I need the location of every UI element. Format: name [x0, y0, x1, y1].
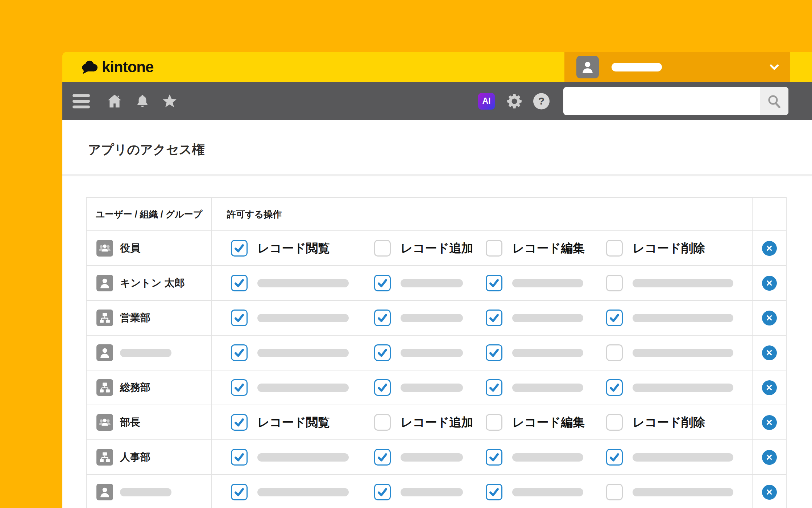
permission-checkbox[interactable] [231, 449, 248, 466]
permission-checkbox[interactable] [606, 275, 623, 291]
search-button[interactable] [760, 87, 788, 115]
permission-record-edit: レコード編集 [486, 405, 585, 439]
permission-record-delete [606, 370, 733, 405]
permission-record-view [231, 370, 349, 405]
permission-checkbox[interactable] [486, 449, 502, 466]
permission-checkbox[interactable] [606, 414, 623, 431]
chevron-down-icon [768, 61, 780, 73]
permission-record-add [374, 370, 463, 405]
permission-checkbox[interactable] [374, 449, 391, 466]
notifications-bell-icon[interactable] [134, 93, 150, 110]
logo-text: kintone [102, 60, 153, 75]
permission-record-view: レコード閲覧 [231, 231, 330, 265]
permission-checkbox[interactable] [374, 484, 391, 500]
close-icon [765, 488, 773, 496]
app-header: kintone [62, 52, 812, 82]
operations-cell [212, 440, 753, 474]
table-row: 営業部 [87, 301, 786, 336]
organization-icon [96, 449, 113, 466]
gear-icon[interactable] [505, 92, 523, 110]
permission-checkbox[interactable] [231, 484, 248, 500]
permission-record-edit: レコード編集 [486, 231, 585, 265]
redacted-label-placeholder [257, 384, 349, 392]
remove-row-button[interactable] [762, 485, 777, 500]
redacted-label-placeholder [257, 279, 349, 287]
permission-checkbox[interactable] [374, 344, 391, 361]
permission-checkbox[interactable] [486, 379, 502, 396]
permission-checkbox[interactable] [374, 379, 391, 396]
redacted-label-placeholder [512, 349, 583, 357]
permission-checkbox[interactable] [231, 379, 248, 396]
operations-cell [212, 336, 753, 370]
permission-checkbox[interactable] [374, 240, 391, 257]
user-icon [96, 344, 113, 361]
permission-checkbox[interactable] [606, 449, 623, 466]
kintone-logo[interactable]: kintone [80, 52, 153, 82]
close-icon [765, 314, 773, 322]
permission-record-edit [486, 475, 583, 508]
entity-cell: 営業部 [87, 301, 212, 335]
table-row: 部長 レコード閲覧 レコード追加 レコード編集 レコード削除 [87, 405, 786, 440]
permission-checkbox[interactable] [231, 414, 248, 431]
remove-row-button[interactable] [762, 311, 777, 325]
table-header-row: ユーザー / 組織 / グループ 許可する操作 [87, 198, 786, 231]
entity-name: 部長 [120, 415, 140, 429]
redacted-label-placeholder [401, 349, 463, 357]
permission-record-delete [606, 440, 733, 474]
actions-cell [753, 475, 786, 508]
search-icon [767, 94, 782, 109]
permission-checkbox[interactable] [486, 484, 502, 500]
permission-checkbox[interactable] [606, 484, 623, 500]
entity-name: 人事部 [120, 450, 150, 464]
redacted-label-placeholder [512, 453, 583, 462]
remove-row-button[interactable] [762, 380, 777, 395]
redacted-label-placeholder [512, 488, 583, 496]
permission-checkbox[interactable] [486, 275, 502, 291]
permission-checkbox[interactable] [231, 310, 248, 326]
remove-row-button[interactable] [762, 276, 777, 291]
redacted-label-placeholder [257, 488, 349, 496]
permission-checkbox[interactable] [486, 344, 502, 361]
entity-cell: 総務部 [87, 370, 212, 405]
permission-checkbox[interactable] [486, 414, 502, 431]
permission-checkbox[interactable] [486, 240, 502, 257]
remove-row-button[interactable] [762, 415, 777, 430]
column-header-actions [753, 198, 786, 230]
home-icon[interactable] [106, 93, 123, 110]
permission-checkbox[interactable] [606, 344, 623, 361]
redacted-label-placeholder [633, 349, 733, 357]
operations-cell: レコード閲覧 レコード追加 レコード編集 レコード削除 [212, 405, 753, 439]
remove-row-button[interactable] [762, 345, 777, 360]
permission-checkbox[interactable] [231, 275, 248, 291]
close-icon [765, 279, 773, 287]
permission-checkbox[interactable] [606, 379, 623, 396]
ai-badge[interactable]: AI [478, 93, 495, 110]
permission-checkbox[interactable] [606, 310, 623, 326]
permission-checkbox[interactable] [486, 310, 502, 326]
permission-checkbox[interactable] [606, 240, 623, 257]
permission-checkbox[interactable] [231, 344, 248, 361]
user-menu[interactable] [564, 52, 790, 82]
kintone-cloud-icon [80, 59, 99, 75]
permission-label: レコード編集 [512, 414, 585, 431]
permission-record-edit [486, 440, 583, 474]
user-icon [96, 275, 113, 291]
operations-cell [212, 370, 753, 405]
close-icon [765, 418, 773, 426]
permission-record-delete [606, 336, 733, 370]
permission-checkbox[interactable] [374, 275, 391, 291]
redacted-label-placeholder [401, 314, 463, 322]
permission-label: レコード編集 [512, 240, 585, 257]
favorites-star-icon[interactable] [161, 93, 178, 110]
permission-checkbox[interactable] [231, 240, 248, 257]
hamburger-menu-icon[interactable] [72, 93, 91, 109]
search-input[interactable] [563, 87, 760, 115]
table-row [87, 475, 786, 508]
remove-row-button[interactable] [762, 450, 777, 465]
permission-label: レコード追加 [401, 240, 473, 257]
permission-checkbox[interactable] [374, 310, 391, 326]
remove-row-button[interactable] [762, 241, 777, 256]
permission-checkbox[interactable] [374, 414, 391, 431]
help-icon[interactable]: ? [533, 93, 550, 109]
permission-record-add: レコード追加 [374, 231, 473, 265]
